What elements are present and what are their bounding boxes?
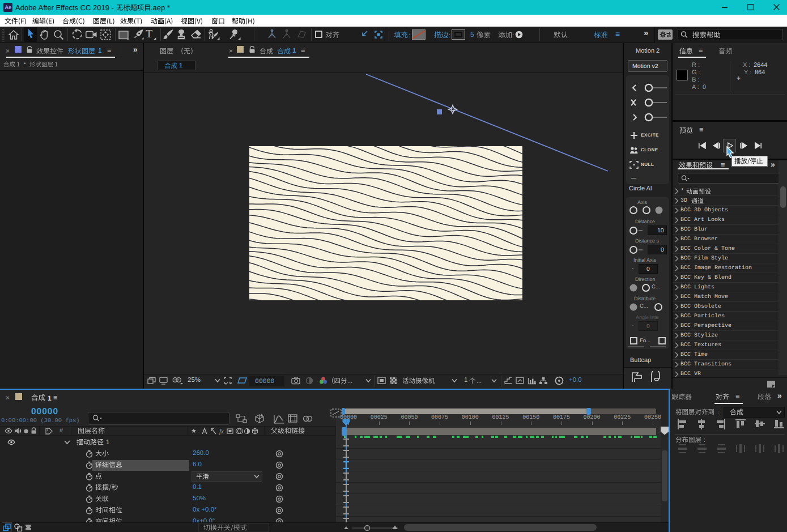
svg-text:fx: fx [219, 428, 224, 435]
